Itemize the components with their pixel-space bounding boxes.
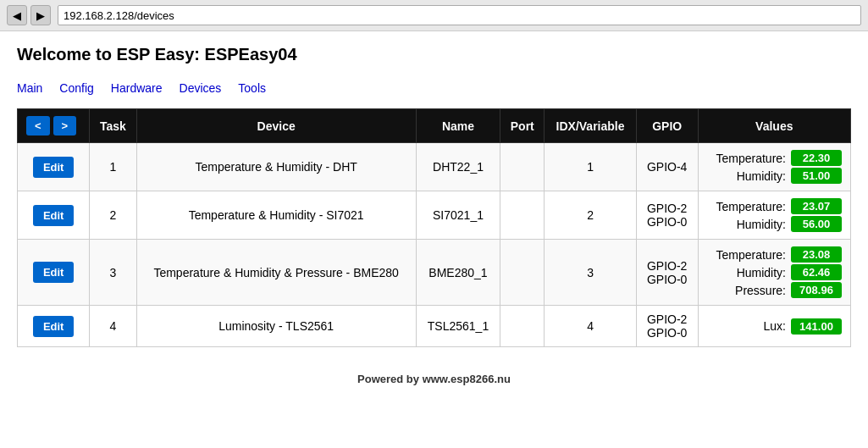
browser-chrome: ◀ ▶ xyxy=(0,0,868,31)
value-label: Temperature: xyxy=(716,200,786,213)
browser-forward-button[interactable]: ▶ xyxy=(30,5,51,25)
nav-link-main[interactable]: Main xyxy=(17,81,42,95)
table-row: Edit4Luminosity - TLS2561TSL2561_14GPIO-… xyxy=(18,306,851,347)
value-badge: 23.08 xyxy=(791,246,842,263)
table-header-nav: < > xyxy=(18,109,90,143)
device-cell-3: Temperature & Humidity & Pressure - BME2… xyxy=(136,240,416,306)
nav-link-tools[interactable]: Tools xyxy=(238,81,266,95)
browser-back-button[interactable]: ◀ xyxy=(7,5,27,25)
edit-cell-2: Edit xyxy=(18,191,90,240)
table-header-gpio: GPIO xyxy=(636,109,698,143)
port-cell-2 xyxy=(500,191,545,240)
value-row: Humidity:56.00 xyxy=(707,216,842,232)
edit-button-4[interactable]: Edit xyxy=(33,316,75,337)
value-row: Temperature:23.08 xyxy=(707,246,842,263)
edit-cell-3: Edit xyxy=(18,240,90,306)
name-cell-2: SI7021_1 xyxy=(416,191,500,240)
value-label: Humidity: xyxy=(718,218,786,231)
table-row: Edit2Temperature & Humidity - SI7021SI70… xyxy=(18,191,851,240)
edit-button-3[interactable]: Edit xyxy=(33,262,75,283)
value-label: Temperature: xyxy=(716,152,786,165)
task-cell-3: 3 xyxy=(90,240,136,306)
value-row: Pressure:708.96 xyxy=(707,282,842,298)
value-badge: 708.96 xyxy=(791,282,842,298)
value-row: Humidity:51.00 xyxy=(707,168,842,184)
port-cell-3 xyxy=(500,240,545,306)
values-cell-2: Temperature:23.07Humidity:56.00 xyxy=(698,191,850,240)
table-header-values: Values xyxy=(698,109,850,143)
value-badge: 23.07 xyxy=(791,198,842,214)
name-cell-4: TSL2561_1 xyxy=(416,306,500,347)
device-cell-1: Temperature & Humidity - DHT xyxy=(136,143,416,191)
value-label: Humidity: xyxy=(718,266,786,279)
table-header-name: Name xyxy=(416,109,500,143)
task-cell-4: 4 xyxy=(90,306,136,347)
footer: Powered by www.esp8266.nu xyxy=(17,373,851,385)
value-label: Humidity: xyxy=(718,169,786,183)
value-row: Humidity:62.46 xyxy=(707,264,842,280)
table-row: Edit3Temperature & Humidity & Pressure -… xyxy=(18,240,851,306)
page-content: Welcome to ESP Easy: ESPEasy04 Main Conf… xyxy=(0,31,868,399)
devices-table: < > Task Device Name Port IDX/Variable G… xyxy=(17,108,851,347)
edit-cell-4: Edit xyxy=(18,306,90,347)
name-cell-1: DHT22_1 xyxy=(416,143,500,191)
edit-cell-1: Edit xyxy=(18,143,90,191)
task-cell-1: 1 xyxy=(90,143,136,191)
values-cell-1: Temperature:22.30Humidity:51.00 xyxy=(698,143,850,191)
values-cell-3: Temperature:23.08Humidity:62.46Pressure:… xyxy=(698,240,850,306)
name-cell-3: BME280_1 xyxy=(416,240,500,306)
pagination-next-button[interactable]: > xyxy=(53,116,77,136)
value-badge: 51.00 xyxy=(791,168,842,184)
address-bar[interactable] xyxy=(58,5,861,25)
device-cell-2: Temperature & Humidity - SI7021 xyxy=(136,191,416,240)
value-badge: 141.00 xyxy=(791,318,842,335)
value-label: Pressure: xyxy=(718,284,786,297)
table-header-device: Device xyxy=(136,109,416,143)
nav-menu: Main Config Hardware Devices Tools xyxy=(17,81,851,95)
idx-cell-1: 1 xyxy=(545,143,636,191)
table-header-port: Port xyxy=(500,109,545,143)
port-cell-4 xyxy=(500,306,545,347)
gpio-cell-4: GPIO-2GPIO-0 xyxy=(636,306,698,347)
pagination-controls: < > xyxy=(26,116,80,136)
table-header-idx: IDX/Variable xyxy=(545,109,636,143)
table-row: Edit1Temperature & Humidity - DHTDHT22_1… xyxy=(18,143,851,191)
edit-button-2[interactable]: Edit xyxy=(33,205,75,226)
port-cell-1 xyxy=(500,143,545,191)
edit-button-1[interactable]: Edit xyxy=(33,157,75,178)
footer-text: Powered by www.esp8266.nu xyxy=(357,373,511,385)
idx-cell-2: 2 xyxy=(545,191,636,240)
value-row: Lux:141.00 xyxy=(707,318,842,335)
value-row: Temperature:23.07 xyxy=(707,198,842,214)
page-title: Welcome to ESP Easy: ESPEasy04 xyxy=(17,45,851,64)
value-row: Temperature:22.30 xyxy=(707,150,842,166)
gpio-cell-1: GPIO-4 xyxy=(636,143,698,191)
value-badge: 62.46 xyxy=(791,264,842,280)
values-cell-4: Lux:141.00 xyxy=(698,306,850,347)
nav-link-hardware[interactable]: Hardware xyxy=(111,81,163,95)
table-header-task: Task xyxy=(90,109,136,143)
value-label: Lux: xyxy=(718,319,786,333)
value-badge: 22.30 xyxy=(791,150,842,166)
pagination-prev-button[interactable]: < xyxy=(26,116,50,136)
gpio-cell-3: GPIO-2GPIO-0 xyxy=(636,240,698,306)
idx-cell-4: 4 xyxy=(545,306,636,347)
value-label: Temperature: xyxy=(716,248,786,262)
device-cell-4: Luminosity - TLS2561 xyxy=(136,306,416,347)
nav-link-config[interactable]: Config xyxy=(59,81,93,95)
gpio-cell-2: GPIO-2GPIO-0 xyxy=(636,191,698,240)
task-cell-2: 2 xyxy=(90,191,136,240)
nav-link-devices[interactable]: Devices xyxy=(180,81,222,95)
browser-nav-buttons: ◀ ▶ xyxy=(7,5,51,25)
idx-cell-3: 3 xyxy=(545,240,636,306)
value-badge: 56.00 xyxy=(791,216,842,232)
